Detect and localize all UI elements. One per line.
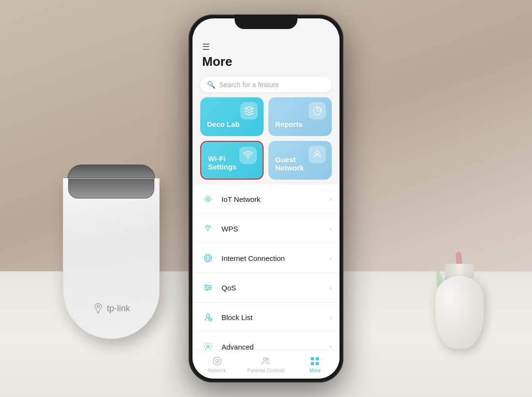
app-content: ☰ More 🔍 Search for a feature Deco Lab [192,18,340,379]
block-list-item[interactable]: Block List › [192,303,340,332]
advanced-chevron: › [329,343,332,350]
qos-chevron: › [329,284,332,291]
nav-more-label: More [310,368,321,373]
phone-notch [235,15,297,29]
qos-icon [200,280,216,295]
wps-item[interactable]: WPS › [192,214,340,244]
tp-link-icon [92,303,104,314]
deco-lab-icon [240,102,258,120]
nav-parental-controls[interactable]: Parental Controls [241,350,290,379]
svg-point-12 [207,314,210,318]
svg-point-3 [207,198,209,200]
svg-point-18 [263,357,266,360]
iot-network-item[interactable]: IoT Network › [192,184,340,214]
brand-name: tp-link [107,304,130,314]
reports-icon [309,102,326,120]
block-list-chevron: › [329,313,332,321]
nav-network[interactable]: Network [192,350,241,379]
router-device: tp-link [63,165,160,339]
search-icon: 🔍 [207,81,215,89]
svg-point-2 [316,152,319,155]
tp-link-logo: tp-link [92,303,130,314]
wifi-settings-card[interactable]: Wi-Fi Settings [200,141,264,180]
app-header: ☰ More [192,37,340,73]
svg-point-11 [207,289,208,290]
qos-item[interactable]: QoS › [192,273,340,303]
list-section: IoT Network › WPS › [192,184,340,350]
iot-network-label: IoT Network [222,195,329,203]
svg-point-0 [97,305,99,308]
nav-more-icon [310,356,320,366]
deco-lab-label: Deco Lab [207,120,240,128]
nav-more[interactable]: More [291,350,340,379]
svg-rect-23 [316,362,319,365]
vase-decoration [426,252,493,349]
svg-point-19 [266,358,269,361]
block-list-label: Block List [222,313,329,321]
phone-device: ☰ More 🔍 Search for a feature Deco Lab [189,15,343,382]
wifi-settings-label: Wi-Fi Settings [208,154,256,171]
iot-network-icon [200,191,216,207]
search-bar[interactable]: 🔍 Search for a feature [200,77,332,92]
nav-network-label: Network [208,368,226,373]
wps-chevron: › [329,225,332,232]
internet-connection-chevron: › [329,254,332,262]
vase-body [435,276,484,349]
reports-card[interactable]: Reports [268,97,332,136]
iot-network-chevron: › [329,195,332,203]
advanced-label: Advanced [222,343,329,350]
search-placeholder: Search for a feature [219,81,279,89]
page-title: More [202,54,330,69]
reports-label: Reports [275,120,303,128]
guest-network-label: Guest Network [275,155,325,172]
svg-point-17 [216,360,218,362]
phone-screen: ☰ More 🔍 Search for a feature Deco Lab [192,18,340,379]
svg-point-10 [209,287,210,289]
nav-parental-icon [261,356,271,366]
nav-network-icon [212,356,222,366]
advanced-icon [200,339,216,350]
wps-label: WPS [222,225,329,233]
svg-rect-22 [311,362,314,365]
router-top [68,165,155,178]
internet-connection-icon [200,250,216,266]
internet-connection-label: Internet Connection [222,254,329,262]
svg-point-9 [206,285,207,286]
hamburger-icon[interactable]: ☰ [202,42,330,52]
qos-label: QoS [222,284,329,292]
svg-rect-21 [316,357,319,360]
router-body: tp-link [63,178,160,339]
internet-connection-item[interactable]: Internet Connection › [192,244,340,273]
advanced-item[interactable]: Advanced › [192,332,340,350]
nav-parental-label: Parental Controls [247,368,284,373]
deco-lab-card[interactable]: Deco Lab [200,97,264,136]
svg-point-14 [207,346,209,348]
svg-point-4 [207,229,208,231]
guest-network-card[interactable]: Guest Network [268,141,332,180]
wps-icon [200,221,216,236]
block-list-icon [200,309,216,325]
svg-rect-20 [311,357,314,360]
feature-grid: Deco Lab Reports [192,97,340,184]
bottom-navigation: Network Parental Controls [192,350,340,379]
